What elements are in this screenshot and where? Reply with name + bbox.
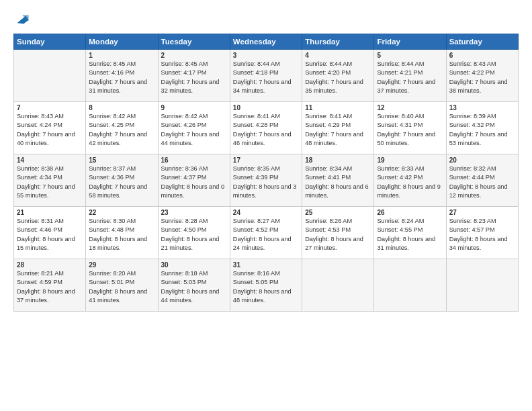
day-number: 8	[89, 104, 154, 111]
day-header-saturday: Saturday	[446, 34, 518, 50]
day-info: Sunrise: 8:28 AMSunset: 4:50 PMDaylight:…	[161, 217, 227, 253]
day-header-wednesday: Wednesday	[230, 34, 302, 50]
calendar-cell: 10Sunrise: 8:41 AMSunset: 4:28 PMDayligh…	[230, 102, 302, 154]
calendar-cell: 5Sunrise: 8:44 AMSunset: 4:21 PMDaylight…	[374, 50, 446, 102]
day-info: Sunrise: 8:36 AMSunset: 4:37 PMDaylight:…	[161, 165, 227, 200]
week-row-0: 1Sunrise: 8:45 AMSunset: 4:16 PMDaylight…	[14, 50, 519, 102]
day-info: Sunrise: 8:43 AMSunset: 4:22 PMDaylight:…	[449, 60, 515, 95]
day-info: Sunrise: 8:33 AMSunset: 4:42 PMDaylight:…	[377, 165, 443, 200]
day-info: Sunrise: 8:34 AMSunset: 4:41 PMDaylight:…	[305, 165, 371, 200]
day-info: Sunrise: 8:44 AMSunset: 4:18 PMDaylight:…	[233, 60, 299, 95]
day-header-tuesday: Tuesday	[158, 34, 230, 50]
day-number: 7	[17, 104, 83, 111]
calendar-cell: 22Sunrise: 8:30 AMSunset: 4:48 PMDayligh…	[86, 207, 158, 259]
day-info: Sunrise: 8:37 AMSunset: 4:36 PMDaylight:…	[89, 165, 154, 200]
day-number: 26	[377, 209, 443, 216]
day-header-friday: Friday	[374, 34, 446, 50]
calendar-cell: 16Sunrise: 8:36 AMSunset: 4:37 PMDayligh…	[158, 154, 230, 207]
calendar-cell: 19Sunrise: 8:33 AMSunset: 4:42 PMDayligh…	[374, 154, 446, 207]
day-info: Sunrise: 8:35 AMSunset: 4:39 PMDaylight:…	[233, 165, 299, 200]
day-number: 18	[305, 156, 371, 164]
day-number: 10	[233, 104, 299, 111]
day-info: Sunrise: 8:32 AMSunset: 4:44 PMDaylight:…	[449, 165, 515, 200]
calendar-page: SundayMondayTuesdayWednesdayThursdayFrid…	[0, 0, 532, 411]
calendar-cell	[302, 259, 374, 312]
day-info: Sunrise: 8:40 AMSunset: 4:31 PMDaylight:…	[377, 112, 443, 148]
day-header-thursday: Thursday	[302, 34, 374, 50]
day-number: 31	[233, 261, 299, 269]
week-row-3: 21Sunrise: 8:31 AMSunset: 4:46 PMDayligh…	[14, 207, 519, 259]
day-number: 16	[161, 156, 227, 164]
day-info: Sunrise: 8:21 AMSunset: 4:59 PMDaylight:…	[17, 269, 83, 305]
week-row-2: 14Sunrise: 8:38 AMSunset: 4:34 PMDayligh…	[14, 154, 519, 207]
calendar-cell: 23Sunrise: 8:28 AMSunset: 4:50 PMDayligh…	[158, 207, 230, 259]
calendar-cell: 6Sunrise: 8:43 AMSunset: 4:22 PMDaylight…	[446, 50, 518, 102]
day-number: 25	[305, 209, 371, 216]
day-number: 2	[161, 52, 227, 59]
calendar-cell: 29Sunrise: 8:20 AMSunset: 5:01 PMDayligh…	[86, 259, 158, 312]
calendar-cell: 21Sunrise: 8:31 AMSunset: 4:46 PMDayligh…	[14, 207, 86, 259]
calendar-cell: 30Sunrise: 8:18 AMSunset: 5:03 PMDayligh…	[158, 259, 230, 312]
calendar-cell: 11Sunrise: 8:41 AMSunset: 4:29 PMDayligh…	[302, 102, 374, 154]
calendar-cell	[446, 259, 518, 312]
day-number: 13	[449, 104, 515, 111]
day-number: 27	[449, 209, 515, 216]
day-number: 20	[449, 156, 515, 164]
logo	[13, 12, 31, 27]
day-info: Sunrise: 8:44 AMSunset: 4:21 PMDaylight:…	[377, 60, 443, 95]
day-number: 15	[89, 156, 154, 164]
day-number: 6	[449, 52, 515, 59]
calendar-cell: 25Sunrise: 8:26 AMSunset: 4:53 PMDayligh…	[302, 207, 374, 259]
calendar-cell: 8Sunrise: 8:42 AMSunset: 4:25 PMDaylight…	[86, 102, 158, 154]
calendar-cell	[14, 50, 86, 102]
calendar-cell: 2Sunrise: 8:45 AMSunset: 4:17 PMDaylight…	[158, 50, 230, 102]
day-info: Sunrise: 8:45 AMSunset: 4:17 PMDaylight:…	[161, 60, 227, 95]
calendar-cell: 28Sunrise: 8:21 AMSunset: 4:59 PMDayligh…	[14, 259, 86, 312]
day-info: Sunrise: 8:42 AMSunset: 4:26 PMDaylight:…	[161, 112, 227, 148]
day-number: 22	[89, 209, 154, 216]
header-row: SundayMondayTuesdayWednesdayThursdayFrid…	[14, 34, 519, 50]
calendar-table: SundayMondayTuesdayWednesdayThursdayFrid…	[13, 34, 519, 312]
day-header-monday: Monday	[86, 34, 158, 50]
calendar-cell: 14Sunrise: 8:38 AMSunset: 4:34 PMDayligh…	[14, 154, 86, 207]
day-info: Sunrise: 8:24 AMSunset: 4:55 PMDaylight:…	[377, 217, 443, 253]
day-number: 12	[377, 104, 443, 111]
day-info: Sunrise: 8:44 AMSunset: 4:20 PMDaylight:…	[305, 60, 371, 95]
day-number: 28	[17, 261, 83, 269]
calendar-cell: 13Sunrise: 8:39 AMSunset: 4:32 PMDayligh…	[446, 102, 518, 154]
calendar-cell: 4Sunrise: 8:44 AMSunset: 4:20 PMDaylight…	[302, 50, 374, 102]
calendar-cell: 26Sunrise: 8:24 AMSunset: 4:55 PMDayligh…	[374, 207, 446, 259]
day-number: 29	[89, 261, 154, 269]
day-header-sunday: Sunday	[14, 34, 86, 50]
day-info: Sunrise: 8:38 AMSunset: 4:34 PMDaylight:…	[17, 165, 83, 200]
day-info: Sunrise: 8:23 AMSunset: 4:57 PMDaylight:…	[449, 217, 515, 253]
day-number: 23	[161, 209, 227, 216]
day-number: 17	[233, 156, 299, 164]
day-info: Sunrise: 8:26 AMSunset: 4:53 PMDaylight:…	[305, 217, 371, 253]
day-info: Sunrise: 8:41 AMSunset: 4:28 PMDaylight:…	[233, 112, 299, 148]
calendar-cell: 24Sunrise: 8:27 AMSunset: 4:52 PMDayligh…	[230, 207, 302, 259]
day-number: 3	[233, 52, 299, 59]
day-number: 30	[161, 261, 227, 269]
calendar-cell: 31Sunrise: 8:16 AMSunset: 5:05 PMDayligh…	[230, 259, 302, 312]
day-number: 5	[377, 52, 443, 59]
calendar-cell: 27Sunrise: 8:23 AMSunset: 4:57 PMDayligh…	[446, 207, 518, 259]
week-row-4: 28Sunrise: 8:21 AMSunset: 4:59 PMDayligh…	[14, 259, 519, 312]
day-info: Sunrise: 8:42 AMSunset: 4:25 PMDaylight:…	[89, 112, 154, 148]
day-info: Sunrise: 8:45 AMSunset: 4:16 PMDaylight:…	[89, 60, 154, 95]
calendar-cell: 7Sunrise: 8:43 AMSunset: 4:24 PMDaylight…	[14, 102, 86, 154]
header	[13, 12, 519, 27]
day-info: Sunrise: 8:39 AMSunset: 4:32 PMDaylight:…	[449, 112, 515, 148]
day-number: 9	[161, 104, 227, 111]
day-number: 11	[305, 104, 371, 111]
calendar-cell: 20Sunrise: 8:32 AMSunset: 4:44 PMDayligh…	[446, 154, 518, 207]
day-info: Sunrise: 8:43 AMSunset: 4:24 PMDaylight:…	[17, 112, 83, 148]
logo-icon	[15, 12, 30, 27]
day-number: 1	[89, 52, 154, 59]
calendar-body: 1Sunrise: 8:45 AMSunset: 4:16 PMDaylight…	[14, 50, 519, 312]
day-number: 19	[377, 156, 443, 164]
calendar-cell: 3Sunrise: 8:44 AMSunset: 4:18 PMDaylight…	[230, 50, 302, 102]
calendar-cell: 12Sunrise: 8:40 AMSunset: 4:31 PMDayligh…	[374, 102, 446, 154]
calendar-header: SundayMondayTuesdayWednesdayThursdayFrid…	[14, 34, 519, 50]
calendar-cell: 15Sunrise: 8:37 AMSunset: 4:36 PMDayligh…	[86, 154, 158, 207]
